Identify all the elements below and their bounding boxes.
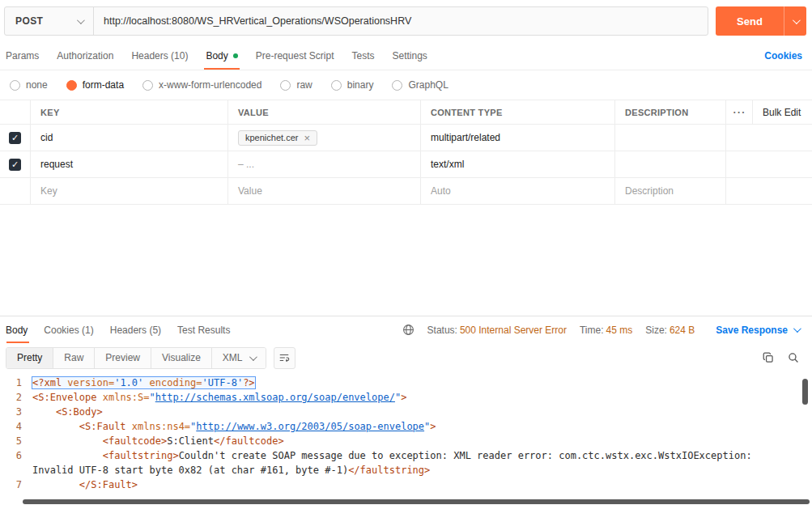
content-type-field-placeholder[interactable]: Auto [421, 178, 615, 204]
wrap-lines-icon [278, 352, 290, 363]
body-type-x-www-form-urlencoded[interactable]: x-www-form-urlencoded [142, 79, 261, 91]
row-filler [726, 125, 812, 151]
empty-space [0, 205, 812, 316]
view-tab-visualize[interactable]: Visualize [151, 348, 211, 368]
response-tab-cookies[interactable]: Cookies (1) [36, 316, 101, 343]
wrap-lines-button[interactable] [274, 347, 295, 369]
line-number: 1 [0, 376, 32, 390]
column-header-key: KEY [31, 100, 228, 124]
size-value: 624 B [670, 325, 695, 336]
status-badge: Status:500 Internal Server Error [427, 325, 567, 336]
save-response-button[interactable]: Save Response [716, 325, 804, 336]
description-field[interactable] [615, 125, 726, 151]
body-type-binary[interactable]: binary [331, 79, 374, 91]
value-field[interactable]: – ... [228, 151, 421, 177]
row-filler [726, 151, 812, 177]
description-field[interactable] [615, 151, 726, 177]
radio-icon [392, 80, 402, 91]
radio-label: x-www-form-urlencoded [159, 79, 261, 91]
tab-label: Headers (10) [131, 50, 188, 62]
line-number: 7 [0, 477, 32, 492]
tab-pre-request-script[interactable]: Pre-request Script [247, 42, 343, 70]
bulk-edit-button[interactable]: Bulk Edit [753, 100, 812, 124]
body-type-none[interactable]: none [10, 79, 48, 91]
method-dropdown[interactable]: POST [5, 7, 94, 35]
tab-label: Settings [393, 50, 427, 62]
radio-selected-icon [66, 80, 77, 91]
view-tab-pretty[interactable]: Pretty [6, 348, 53, 368]
code-line: 1<?xml version='1.0' encoding='UTF-8'?> [0, 376, 812, 390]
row-checkbox-checked[interactable] [9, 132, 21, 144]
radio-icon [331, 80, 342, 91]
horizontal-scrollbar[interactable] [23, 499, 810, 504]
code-line: 4 <S:Fault xmlns:ns4="http://www.w3.org/… [0, 419, 812, 434]
tab-params[interactable]: Params [0, 42, 48, 70]
code-line-content: <faultstring>Couldn't create SOAP messag… [32, 448, 812, 477]
body-type-graphql[interactable]: GraphQL [392, 79, 448, 91]
view-tab-raw[interactable]: Raw [53, 348, 94, 368]
status-value: 500 Internal Server Error [460, 325, 567, 336]
value-field-placeholder[interactable]: Value [228, 178, 421, 204]
value-field[interactable]: kpenichet.cer [228, 125, 421, 151]
ellipsis-icon [733, 104, 746, 120]
checkbox-cell [0, 178, 31, 204]
vertical-scrollbar[interactable] [802, 379, 808, 405]
send-button-group: Send [716, 6, 806, 36]
code-line: 7 </S:Fault> [0, 477, 812, 492]
url-input[interactable] [94, 7, 708, 35]
radio-label: raw [296, 79, 312, 91]
search-highlight: <?xml version='1.0' encoding='UTF-8'?> [32, 377, 255, 388]
description-field-placeholder[interactable]: Description [615, 178, 726, 204]
content-type-field[interactable]: multipart/related [421, 125, 615, 151]
table-options-button[interactable] [726, 100, 753, 124]
file-chip: kpenichet.cer [238, 130, 317, 146]
radio-icon [280, 80, 291, 91]
chevron-down-icon [249, 353, 257, 361]
tab-label: Params [6, 50, 39, 62]
size-label: Size: [645, 325, 667, 336]
request-bar: POST Send [0, 0, 812, 42]
radio-icon [142, 80, 153, 91]
code-line: 6 <faultstring>Couldn't create SOAP mess… [0, 448, 812, 477]
code-line-content: <?xml version='1.0' encoding='UTF-8'?> [32, 376, 812, 390]
remove-file-icon[interactable] [304, 133, 310, 143]
tab-headers[interactable]: Headers (10) [122, 42, 197, 70]
response-tab-body[interactable]: Body [0, 316, 36, 343]
body-type-form-data[interactable]: form-data [66, 79, 124, 91]
url-container: POST [4, 6, 708, 36]
code-line-content: </S:Fault> [32, 477, 812, 492]
radio-label: binary [347, 79, 374, 91]
key-field[interactable]: cid [31, 125, 228, 151]
copy-response-button[interactable] [763, 352, 774, 363]
tab-settings[interactable]: Settings [384, 42, 436, 70]
response-tab-test-results[interactable]: Test Results [169, 316, 238, 343]
body-type-raw[interactable]: raw [280, 79, 312, 91]
response-panel: Body Cookies (1) Headers (5) Test Result… [0, 316, 812, 505]
content-type-field[interactable]: text/xml [421, 151, 615, 177]
column-header-content-type: CONTENT TYPE [421, 100, 615, 124]
tab-body[interactable]: Body [197, 42, 246, 70]
tab-label: Body [206, 50, 227, 62]
code-line-content: <S:Envelope xmlns:S="http://schemas.xmls… [32, 390, 812, 405]
table-row: request – ... text/xml [0, 151, 812, 178]
send-button-label: Send [737, 15, 763, 28]
format-dropdown[interactable]: XML [211, 348, 266, 368]
row-checkbox-checked[interactable] [9, 159, 21, 171]
response-tab-headers[interactable]: Headers (5) [102, 316, 169, 343]
search-response-button[interactable] [788, 352, 799, 363]
row-filler [726, 178, 812, 204]
key-field[interactable]: request [31, 151, 228, 177]
line-number: 2 [0, 390, 32, 405]
send-options-button[interactable] [784, 6, 806, 36]
tab-authorization[interactable]: Authorization [48, 42, 122, 70]
tab-tests[interactable]: Tests [342, 42, 383, 70]
view-tab-preview[interactable]: Preview [94, 348, 151, 368]
status-label: Status: [427, 325, 457, 336]
key-field-placeholder[interactable]: Key [31, 178, 228, 204]
cookies-link[interactable]: Cookies [764, 50, 802, 62]
time-value: 45 ms [606, 325, 633, 336]
send-button[interactable]: Send [716, 6, 784, 36]
response-toolbar: Pretty Raw Preview Visualize XML [0, 343, 812, 372]
response-view-switcher: Pretty Raw Preview Visualize XML [6, 347, 266, 369]
line-number: 5 [0, 434, 32, 448]
